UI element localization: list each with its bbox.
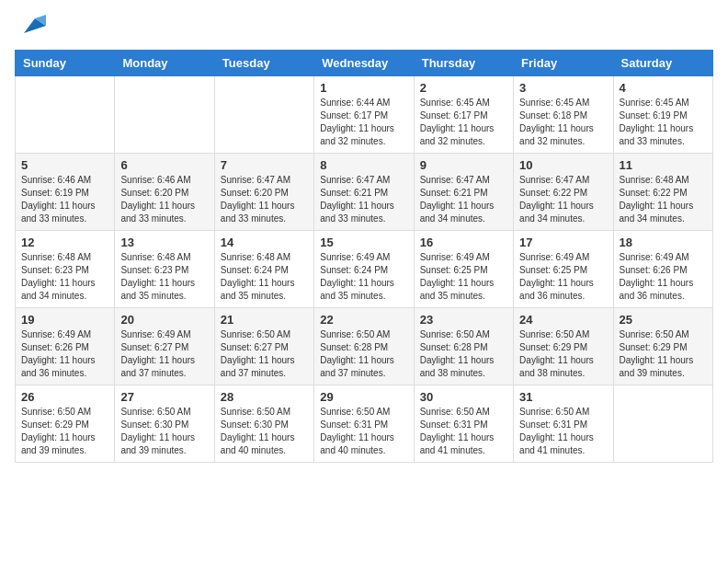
header-sunday: Sunday	[16, 51, 115, 76]
calendar-cell: 12Sunrise: 6:48 AMSunset: 6:23 PMDayligh…	[16, 231, 115, 308]
calendar-cell: 25Sunrise: 6:50 AMSunset: 6:29 PMDayligh…	[613, 308, 712, 385]
day-number: 1	[320, 81, 407, 95]
header-monday: Monday	[115, 51, 214, 76]
page-header	[15, 15, 713, 40]
calendar-cell	[115, 76, 214, 154]
day-number: 8	[320, 158, 407, 172]
calendar-cell: 27Sunrise: 6:50 AMSunset: 6:30 PMDayligh…	[115, 385, 214, 463]
calendar-header-row: SundayMondayTuesdayWednesdayThursdayFrid…	[16, 51, 713, 76]
calendar-cell: 18Sunrise: 6:49 AMSunset: 6:26 PMDayligh…	[613, 231, 712, 308]
calendar-cell: 11Sunrise: 6:48 AMSunset: 6:22 PMDayligh…	[613, 154, 712, 231]
day-number: 2	[420, 81, 507, 95]
day-number: 4	[620, 81, 707, 95]
day-number: 9	[420, 158, 507, 172]
calendar-cell: 30Sunrise: 6:50 AMSunset: 6:31 PMDayligh…	[414, 385, 513, 463]
day-info: Sunrise: 6:47 AMSunset: 6:20 PMDaylight:…	[221, 174, 308, 225]
calendar-cell	[16, 76, 115, 154]
calendar-cell: 2Sunrise: 6:45 AMSunset: 6:17 PMDaylight…	[414, 76, 513, 154]
calendar-cell: 31Sunrise: 6:50 AMSunset: 6:31 PMDayligh…	[514, 385, 613, 463]
day-info: Sunrise: 6:47 AMSunset: 6:21 PMDaylight:…	[420, 174, 507, 225]
day-number: 21	[221, 313, 308, 327]
day-info: Sunrise: 6:48 AMSunset: 6:24 PMDaylight:…	[221, 251, 308, 303]
day-number: 24	[519, 313, 607, 327]
calendar-week-row: 19Sunrise: 6:49 AMSunset: 6:26 PMDayligh…	[16, 308, 713, 385]
calendar-cell: 4Sunrise: 6:45 AMSunset: 6:19 PMDaylight…	[613, 76, 712, 154]
day-number: 5	[21, 158, 108, 172]
calendar-cell: 10Sunrise: 6:47 AMSunset: 6:22 PMDayligh…	[514, 154, 613, 231]
day-number: 11	[620, 158, 707, 172]
header-saturday: Saturday	[613, 51, 712, 76]
calendar-cell: 8Sunrise: 6:47 AMSunset: 6:21 PMDaylight…	[314, 154, 414, 231]
day-info: Sunrise: 6:49 AMSunset: 6:26 PMDaylight:…	[620, 251, 707, 303]
calendar-table: SundayMondayTuesdayWednesdayThursdayFrid…	[15, 50, 713, 463]
header-tuesday: Tuesday	[214, 51, 313, 76]
day-number: 15	[320, 236, 407, 249]
day-info: Sunrise: 6:49 AMSunset: 6:24 PMDaylight:…	[320, 251, 407, 303]
day-info: Sunrise: 6:49 AMSunset: 6:25 PMDaylight:…	[519, 251, 607, 303]
day-info: Sunrise: 6:50 AMSunset: 6:29 PMDaylight:…	[519, 328, 607, 380]
day-number: 22	[320, 313, 407, 327]
day-info: Sunrise: 6:49 AMSunset: 6:25 PMDaylight:…	[420, 251, 507, 303]
day-number: 14	[221, 236, 308, 249]
calendar-cell: 24Sunrise: 6:50 AMSunset: 6:29 PMDayligh…	[514, 308, 613, 385]
header-friday: Friday	[514, 51, 613, 76]
day-info: Sunrise: 6:50 AMSunset: 6:30 PMDaylight:…	[120, 406, 208, 457]
calendar-cell: 14Sunrise: 6:48 AMSunset: 6:24 PMDayligh…	[214, 231, 313, 308]
day-info: Sunrise: 6:48 AMSunset: 6:23 PMDaylight:…	[120, 251, 208, 303]
calendar-cell: 28Sunrise: 6:50 AMSunset: 6:30 PMDayligh…	[214, 385, 313, 463]
day-info: Sunrise: 6:45 AMSunset: 6:17 PMDaylight:…	[420, 97, 507, 148]
calendar-cell: 22Sunrise: 6:50 AMSunset: 6:28 PMDayligh…	[314, 308, 414, 385]
logo	[15, 15, 46, 40]
calendar-week-row: 1Sunrise: 6:44 AMSunset: 6:17 PMDaylight…	[16, 76, 713, 154]
day-number: 6	[120, 158, 208, 172]
day-info: Sunrise: 6:49 AMSunset: 6:26 PMDaylight:…	[21, 328, 108, 380]
day-info: Sunrise: 6:50 AMSunset: 6:31 PMDaylight:…	[519, 406, 607, 457]
day-info: Sunrise: 6:47 AMSunset: 6:22 PMDaylight:…	[519, 174, 607, 225]
day-number: 25	[620, 313, 707, 327]
day-info: Sunrise: 6:50 AMSunset: 6:28 PMDaylight:…	[320, 328, 407, 380]
calendar-week-row: 26Sunrise: 6:50 AMSunset: 6:29 PMDayligh…	[16, 385, 713, 463]
day-info: Sunrise: 6:50 AMSunset: 6:28 PMDaylight:…	[420, 328, 507, 380]
calendar-cell: 17Sunrise: 6:49 AMSunset: 6:25 PMDayligh…	[514, 231, 613, 308]
calendar-cell: 16Sunrise: 6:49 AMSunset: 6:25 PMDayligh…	[414, 231, 513, 308]
day-number: 10	[519, 158, 607, 172]
day-info: Sunrise: 6:44 AMSunset: 6:17 PMDaylight:…	[320, 97, 407, 148]
day-number: 27	[120, 390, 208, 404]
day-info: Sunrise: 6:50 AMSunset: 6:27 PMDaylight:…	[221, 328, 308, 380]
day-number: 18	[620, 236, 707, 249]
day-number: 19	[21, 313, 108, 327]
calendar-cell: 21Sunrise: 6:50 AMSunset: 6:27 PMDayligh…	[214, 308, 313, 385]
calendar-cell: 6Sunrise: 6:46 AMSunset: 6:20 PMDaylight…	[115, 154, 214, 231]
day-number: 28	[221, 390, 308, 404]
day-number: 16	[420, 236, 507, 249]
calendar-week-row: 5Sunrise: 6:46 AMSunset: 6:19 PMDaylight…	[16, 154, 713, 231]
calendar-cell	[214, 76, 313, 154]
calendar-cell: 1Sunrise: 6:44 AMSunset: 6:17 PMDaylight…	[314, 76, 414, 154]
calendar-cell: 29Sunrise: 6:50 AMSunset: 6:31 PMDayligh…	[314, 385, 414, 463]
calendar-cell: 5Sunrise: 6:46 AMSunset: 6:19 PMDaylight…	[16, 154, 115, 231]
day-number: 7	[221, 158, 308, 172]
day-number: 3	[519, 81, 607, 95]
day-info: Sunrise: 6:47 AMSunset: 6:21 PMDaylight:…	[320, 174, 407, 225]
calendar-cell: 15Sunrise: 6:49 AMSunset: 6:24 PMDayligh…	[314, 231, 414, 308]
day-info: Sunrise: 6:50 AMSunset: 6:29 PMDaylight:…	[620, 328, 707, 380]
calendar-cell: 9Sunrise: 6:47 AMSunset: 6:21 PMDaylight…	[414, 154, 513, 231]
day-info: Sunrise: 6:50 AMSunset: 6:31 PMDaylight:…	[420, 406, 507, 457]
day-info: Sunrise: 6:48 AMSunset: 6:23 PMDaylight:…	[21, 251, 108, 303]
calendar-cell: 26Sunrise: 6:50 AMSunset: 6:29 PMDayligh…	[16, 385, 115, 463]
day-number: 12	[21, 236, 108, 249]
calendar-cell: 23Sunrise: 6:50 AMSunset: 6:28 PMDayligh…	[414, 308, 513, 385]
logo-icon	[17, 11, 46, 40]
calendar-cell: 13Sunrise: 6:48 AMSunset: 6:23 PMDayligh…	[115, 231, 214, 308]
day-info: Sunrise: 6:45 AMSunset: 6:19 PMDaylight:…	[620, 97, 707, 148]
day-info: Sunrise: 6:46 AMSunset: 6:20 PMDaylight:…	[120, 174, 208, 225]
day-info: Sunrise: 6:50 AMSunset: 6:31 PMDaylight:…	[320, 406, 407, 457]
day-number: 30	[420, 390, 507, 404]
day-number: 13	[120, 236, 208, 249]
calendar-week-row: 12Sunrise: 6:48 AMSunset: 6:23 PMDayligh…	[16, 231, 713, 308]
day-number: 17	[519, 236, 607, 249]
day-number: 29	[320, 390, 407, 404]
day-number: 20	[120, 313, 208, 327]
day-info: Sunrise: 6:48 AMSunset: 6:22 PMDaylight:…	[620, 174, 707, 225]
day-info: Sunrise: 6:49 AMSunset: 6:27 PMDaylight:…	[120, 328, 208, 380]
